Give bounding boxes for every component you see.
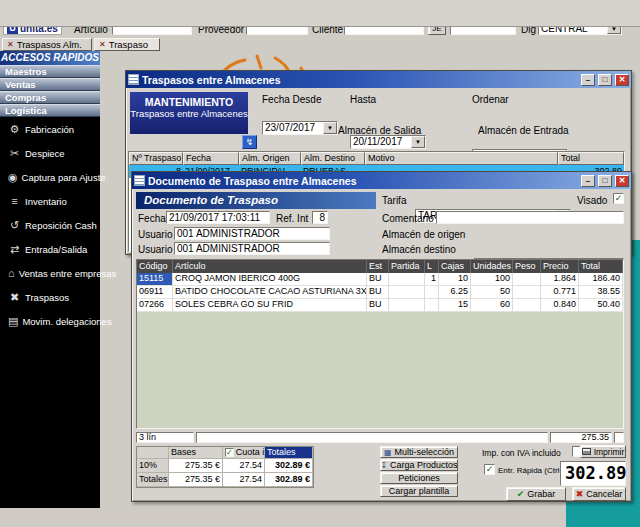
tab-traspasos-alm[interactable]: ✕ Traspasos Alm. [2,38,92,51]
sidebar-title: ACCESOS RAPIDOS [0,51,100,65]
sidebar-item-fabricacion[interactable]: ⚙ Fabricación [0,117,100,141]
sidebar-section-compras[interactable]: Compras [0,91,100,104]
sidebar-item-inventario[interactable]: ≡ Inventario [0,189,100,213]
col-total[interactable]: Total [579,260,623,273]
grid-header-row: Código Artículo Est Partida L Cajas Unid… [137,260,623,273]
cell-peso [513,273,541,285]
close-button[interactable]: ✕ [615,74,629,86]
cell-codigo: 06911 [137,286,173,298]
cell-precio: 0.771 [541,286,579,298]
minimize-button[interactable]: – [581,175,595,187]
grabar-button[interactable]: ✔ Grabar [506,487,566,501]
sidebar-item-movim-delegaciones[interactable]: ▤ Movim. delegaciones [0,309,100,333]
fecha-input[interactable]: 21/09/2017 17:03:11 [166,211,270,224]
hasta-input[interactable]: 20/11/2017 [350,135,426,149]
tab-bar [0,13,640,27]
tab-label: Traspaso [109,39,148,50]
col-alm-origen[interactable]: Alm. Origen [239,152,301,165]
cell-unidades: 50 [471,286,513,298]
entrada-rapida-checkbox[interactable] [484,464,495,475]
gear-icon: ⚙ [8,123,21,136]
totals-table: Bases Cuota imp Totales 10% 275.35 € 27.… [136,446,314,488]
maximize-button[interactable]: □ [598,175,612,187]
comentario-input[interactable] [436,211,624,224]
col-codigo[interactable]: Código [137,260,173,273]
hasta-label: Hasta [350,94,376,105]
imprimir-button[interactable]: Imprimir [580,445,626,458]
cell-peso [513,299,541,311]
app-root: Administración Logística Ventas Compras … [0,0,640,527]
sidebar-item-reposicion-cash[interactable]: ↺ Reposición Cash [0,213,100,237]
building-icon: ⌂ [8,267,15,279]
cell-partida [389,273,425,285]
col-est[interactable]: Est [367,260,389,273]
status-bar-middle [196,432,548,443]
totales-label: Totales [137,473,169,487]
col-peso[interactable]: Peso [513,260,541,273]
tab-close-icon[interactable]: ✕ [7,41,14,49]
col-n-traspaso[interactable]: Nº Traspaso [129,152,183,165]
totals-cuota-header: Cuota imp [223,447,265,459]
multi-seleccion-button[interactable]: ▦ Multi-selección [380,446,458,458]
close-button[interactable]: ✕ [615,175,629,187]
maximize-button[interactable]: □ [598,74,612,86]
cuota-value: 27.54 [223,459,265,473]
ref-int-input[interactable]: 8 [312,211,328,224]
window-titlebar[interactable]: Documento de Traspaso entre Almacenes – … [132,172,631,189]
check-icon: ✔ [517,489,525,499]
download-icon: ↧ [380,461,387,470]
bottom-strip [0,508,566,527]
document-panel-title: Documento de Traspaso [136,192,376,209]
col-unidades[interactable]: Unidades [471,260,513,273]
button-label: Cancelar [586,489,622,499]
run-action-button[interactable]: ↯ [242,135,257,149]
col-cajas[interactable]: Cajas [439,260,471,273]
button-label: Grabar [527,489,555,499]
cell-total: 186.40 [579,273,623,285]
peticiones-button[interactable]: Peticiones [380,472,458,484]
cargar-plantilla-button[interactable]: Cargar plantilla [380,485,458,497]
sidebar-item-entrada-salida[interactable]: ⇄ Entrada/Salida [0,237,100,261]
col-fecha[interactable]: Fecha [183,152,239,165]
sidebar-item-traspasos[interactable]: ✖ Traspasos [0,285,100,309]
maintenance-panel: MANTENIMIENTO Traspasos entre Almacenes [130,92,248,134]
usuario2-input[interactable]: 001 ADMINISTRADOR [174,242,330,255]
fecha-desde-input[interactable]: 23/07/2017 [262,121,338,135]
cell-est: BU [367,286,389,298]
col-alm-destino[interactable]: Alm. Destino [301,152,365,165]
col-l[interactable]: L [425,260,439,273]
sidebar-section-maestros[interactable]: Maestros [0,65,100,78]
col-articulo[interactable]: Artículo [173,260,367,273]
col-motivo[interactable]: Motivo [365,152,558,165]
table-row[interactable]: 15115 CROQ JAMON IBERICO 400G BU 1 10 10… [137,273,623,286]
cell-partida [389,286,425,298]
tax-rate-label: 10% [137,459,169,473]
table-row[interactable]: 06911 BATIDO CHOCOLATE CACAO ASTURIANA 3… [137,286,623,299]
minimize-button[interactable]: – [581,74,595,86]
base-value: 275.35 € [169,459,223,473]
iva-incluido-label: Imp. con IVA incluido [482,448,561,458]
sidebar-item-captura-para-ajuste[interactable]: ◉ Captura para Ajuste [0,165,100,189]
col-partida[interactable]: Partida [389,260,425,273]
subtotal-status: 275.35 [550,432,612,443]
table-row[interactable]: 07266 SOLES CEBRA GO SU FRID BU 15 60 0.… [137,299,623,312]
sidebar-section-logistica[interactable]: Logística [0,104,100,117]
visado-checkbox[interactable] [613,193,624,204]
window-titlebar[interactable]: Traspasos entre Almacenes – □ ✕ [126,71,631,88]
tab-traspaso[interactable]: ✕ Traspaso [94,38,160,51]
sidebar-item-ventas-entre-empresas[interactable]: ⌂ Ventas entre empresas [0,261,100,285]
tab-close-icon[interactable]: ✕ [99,41,106,49]
col-precio[interactable]: Precio [541,260,579,273]
sidebar-section-ventas[interactable]: Ventas [0,78,100,91]
cell-precio: 1.864 [541,273,579,285]
tarifa-label: Tarifa [382,195,406,206]
col-total[interactable]: Total [558,152,624,165]
transfer-icon: ✖ [8,291,21,304]
cancelar-button[interactable]: ✖ Cancelar [572,487,626,501]
carga-productos-button[interactable]: ↧ Carga Productos [380,459,458,471]
cuota-imp-checkbox[interactable] [225,448,234,457]
usuario-label: Usuario [138,244,172,255]
sidebar-item-label: Movim. delegaciones [22,316,111,327]
usuario1-input[interactable]: 001 ADMINISTRADOR [174,227,330,240]
sidebar-item-despiece[interactable]: ✂ Despiece [0,141,100,165]
